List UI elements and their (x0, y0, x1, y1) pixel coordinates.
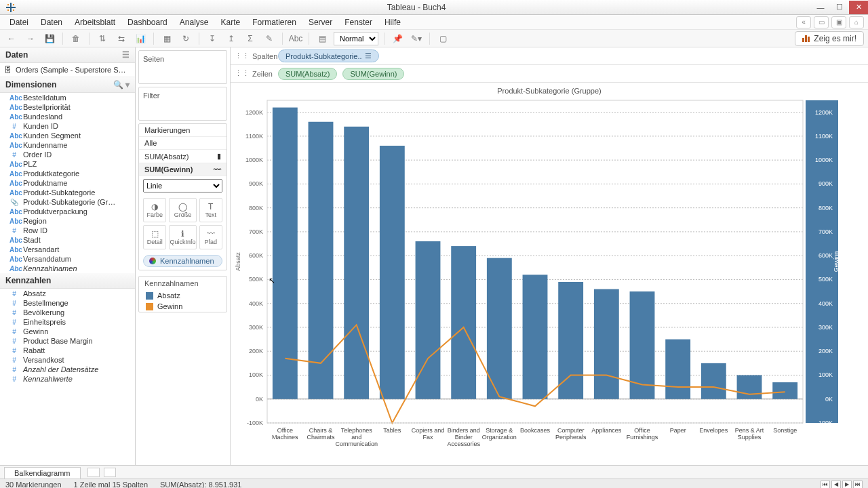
back-button[interactable]: ← (4, 32, 19, 45)
columns-shelf[interactable]: ⋮⋮Spalten Produkt-Subkategorie..☰ (231, 47, 868, 65)
field-produkt-subkategorie-gr-[interactable]: 📎Produkt-Subkategorie (Gr… (0, 197, 135, 207)
maximize-button[interactable]: ☐ (830, 1, 849, 14)
field-kennzahlnamen[interactable]: AbcKennzahlnamen (0, 264, 135, 273)
pin-icon[interactable]: 📌 (390, 32, 405, 45)
field-kunden-segment[interactable]: AbcKunden Segment (0, 131, 135, 140)
field-order-id[interactable]: #Order ID (0, 150, 135, 159)
new-dashboard-button[interactable] (104, 468, 116, 477)
toolbar-window-icon[interactable]: ▭ (814, 16, 829, 28)
field-versanddatum[interactable]: AbcVersanddatum (0, 254, 135, 264)
minimize-button[interactable]: — (811, 1, 830, 14)
field-bestelldatum[interactable]: AbcBestelldatum (0, 93, 135, 102)
field-produktname[interactable]: AbcProduktname (0, 178, 135, 188)
presentation-icon[interactable]: ▢ (435, 32, 450, 45)
menu-dashboard[interactable]: Dashboard (122, 16, 173, 28)
sort-asc-icon[interactable]: ↧ (205, 32, 220, 45)
nav-first[interactable]: ⏮ (821, 481, 830, 489)
svg-text:300K: 300K (249, 324, 263, 331)
field-plz[interactable]: AbcPLZ (0, 159, 135, 169)
marks-card: Markierungen Alle SUM(Absatz)▮ SUM(Gewin… (138, 123, 227, 270)
pivot-icon[interactable]: ⇆ (114, 32, 129, 45)
close-button[interactable]: ✕ (849, 1, 868, 14)
mark-type-select[interactable]: Linie (143, 179, 222, 192)
mark-btn-farbe[interactable]: ◑Farbe (143, 198, 166, 222)
columns-pill[interactable]: Produkt-Subkategorie..☰ (278, 49, 379, 62)
show-me-button[interactable]: Zeig es mir! (795, 31, 864, 46)
menu-hilfe[interactable]: Hilfe (379, 16, 406, 28)
save-button[interactable]: 💾 (42, 32, 57, 45)
mark-btn-quickinfo[interactable]: ℹQuickInfo (169, 225, 196, 249)
field-versandkost[interactable]: #Versandkost (0, 355, 135, 365)
field-bundesland[interactable]: AbcBundesland (0, 112, 135, 121)
marks-measure-2[interactable]: SUM(Gewinn)〰 (139, 163, 226, 176)
field-versandart[interactable]: AbcVersandart (0, 245, 135, 254)
field-region[interactable]: AbcRegion (0, 216, 135, 226)
format-icon[interactable]: ✎▾ (409, 32, 424, 45)
labels-icon[interactable]: Abc (288, 32, 303, 45)
field-kennzahlwerte[interactable]: #Kennzahlwerte (0, 374, 135, 384)
field-gewinn[interactable]: #Gewinn (0, 327, 135, 336)
field-einheitspreis[interactable]: #Einheitspreis (0, 317, 135, 327)
forward-button[interactable]: → (23, 32, 38, 45)
field-bestellpriorit-t[interactable]: AbcBestellpriorität (0, 102, 135, 112)
nav-next[interactable]: ▶ (842, 481, 852, 489)
rows-pill-1[interactable]: SUM(Absatz) (278, 68, 337, 80)
menu-arbeitsblatt[interactable]: Arbeitsblatt (69, 16, 121, 28)
menu-datei[interactable]: Datei (4, 16, 34, 28)
field-absatz[interactable]: #Absatz (0, 289, 135, 298)
svg-text:500K: 500K (249, 276, 263, 283)
mark-btn-text[interactable]: TText (199, 198, 222, 222)
field-stadt[interactable]: AbcStadt (0, 235, 135, 245)
field-bestellmenge[interactable]: #Bestellmenge (0, 298, 135, 308)
fit-select[interactable]: Normal (334, 32, 378, 45)
menu-fenster[interactable]: Fenster (339, 16, 378, 28)
sort-desc-icon[interactable]: ↥ (224, 32, 239, 45)
totals-icon[interactable]: Σ (243, 32, 258, 45)
field-kunden-id[interactable]: #Kunden ID (0, 121, 135, 131)
marks-measure-1[interactable]: SUM(Absatz)▮ (139, 150, 226, 163)
field-anzahl-der-datens-tze[interactable]: #Anzahl der Datensätze (0, 365, 135, 374)
fit-icon[interactable]: ▤ (315, 32, 330, 45)
toolbar-expand-arrow-icon[interactable]: « (796, 16, 811, 28)
field-product-base-margin[interactable]: #Product Base Margin (0, 336, 135, 346)
filter-shelf[interactable]: Filter (138, 87, 227, 121)
marks-all[interactable]: Alle (139, 137, 226, 150)
highlight-icon[interactable]: ✎ (262, 32, 277, 45)
field-produkt-subkategorie[interactable]: AbcProdukt-Subkategorie (0, 188, 135, 197)
refresh-icon[interactable]: ↻ (178, 32, 193, 45)
menu-server[interactable]: Server (303, 16, 338, 28)
viz-area: ⋮⋮Spalten Produkt-Subkategorie..☰ ⋮⋮Zeil… (231, 47, 868, 465)
rows-shelf[interactable]: ⋮⋮Zeilen SUM(Absatz) SUM(Gewinn) (231, 65, 868, 83)
menu-formatieren[interactable]: Formatieren (247, 16, 302, 28)
svg-rect-3 (13, 4, 14, 5)
field-produktverpackung[interactable]: AbcProduktverpackung (0, 207, 135, 216)
pages-shelf[interactable]: Seiten (138, 50, 227, 84)
menu-karte[interactable]: Karte (216, 16, 246, 28)
group-icon[interactable]: ▦ (159, 32, 174, 45)
toolbar-home-icon[interactable]: ⌂ (849, 16, 864, 28)
swap-icon[interactable]: 📊 (133, 32, 148, 45)
toolbar-folder-icon[interactable]: ▣ (831, 16, 846, 28)
new-sheet-button[interactable] (87, 468, 100, 477)
mark-btn-detail[interactable]: ⬚Detail (143, 225, 166, 249)
marks-color-pill[interactable]: Kennzahlnamen (143, 255, 222, 267)
field-kundenname[interactable]: AbcKundenname (0, 140, 135, 150)
field-rabatt[interactable]: #Rabatt (0, 346, 135, 355)
legend-item-absatz[interactable]: Absatz (139, 290, 226, 301)
chart[interactable]: 1200K1100K1000K900K800K700K600K500K400K3… (231, 96, 868, 465)
sheet-tab[interactable]: Balkendiagramm (4, 467, 81, 479)
rows-pill-2[interactable]: SUM(Gewinn) (342, 68, 404, 80)
new-datasource-icon[interactable]: ⇅ (95, 32, 110, 45)
field-row-id[interactable]: #Row ID (0, 226, 135, 235)
data-source[interactable]: 🗄 Orders (Sample - Superstore S… (0, 63, 135, 77)
field-produktkategorie[interactable]: AbcProduktkategorie (0, 169, 135, 178)
clear-button[interactable]: 🗑 (68, 32, 83, 45)
field-bev-lkerung[interactable]: #Bevölkerung (0, 308, 135, 317)
nav-last[interactable]: ⏭ (853, 481, 863, 489)
legend-item-gewinn[interactable]: Gewinn (139, 301, 226, 312)
mark-btn-pfad[interactable]: 〰Pfad (199, 225, 222, 249)
menu-analyse[interactable]: Analyse (174, 16, 214, 28)
menu-daten[interactable]: Daten (35, 16, 68, 28)
nav-prev[interactable]: ◀ (831, 481, 841, 489)
mark-btn-größe[interactable]: ◯Größe (169, 198, 196, 222)
